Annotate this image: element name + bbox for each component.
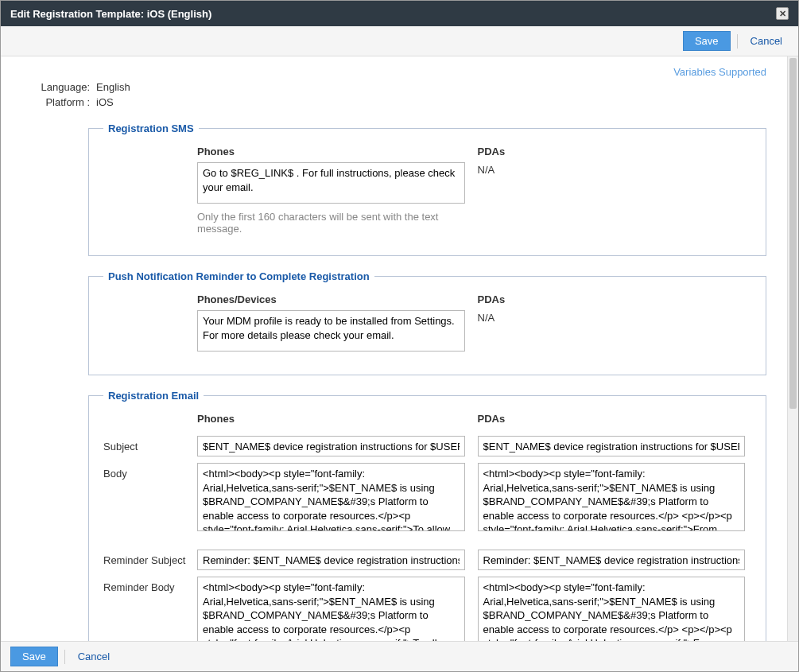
spacer — [103, 293, 191, 298]
spacer — [103, 413, 191, 418]
registration-sms-group: Registration SMS Phones Only the first 1… — [88, 122, 766, 256]
email-phones-reminder-subject-input[interactable] — [197, 550, 465, 570]
push-phones-textarea[interactable] — [197, 310, 465, 352]
email-phones-subject-input[interactable] — [197, 436, 465, 456]
cancel-button-top[interactable]: Cancel — [744, 32, 789, 50]
save-button-top[interactable]: Save — [683, 31, 731, 51]
sms-phones-textarea[interactable] — [197, 162, 465, 204]
separator — [737, 34, 738, 49]
email-pdas-body-textarea[interactable] — [478, 463, 746, 531]
email-pdas-reminder-body-textarea[interactable] — [478, 577, 746, 641]
push-pdas-value: N/A — [478, 310, 746, 324]
body-label: Body — [103, 463, 191, 480]
email-phones-body-textarea[interactable] — [197, 463, 465, 531]
cancel-button-bottom[interactable]: Cancel — [72, 647, 116, 666]
save-button-bottom[interactable]: Save — [10, 647, 58, 666]
push-notification-group: Push Notification Reminder to Complete R… — [88, 270, 766, 375]
platform-value: iOS — [96, 96, 114, 108]
sms-phones-header: Phones — [197, 146, 465, 157]
sms-pdas-value: N/A — [478, 162, 746, 176]
titlebar: Edit Registration Template: iOS (English… — [1, 1, 798, 26]
variables-supported-link[interactable]: Variables Supported — [33, 66, 766, 78]
content-wrap: Variables Supported Language: English Pl… — [1, 56, 798, 641]
email-pdas-header: PDAs — [478, 413, 746, 425]
language-label: Language: — [33, 81, 96, 93]
registration-sms-legend: Registration SMS — [103, 122, 199, 134]
meta-language: Language: English — [33, 81, 766, 93]
content-scroll[interactable]: Variables Supported Language: English Pl… — [1, 56, 798, 641]
registration-email-group: Registration Email Phones PDAs Subject B… — [88, 390, 766, 641]
reminder-body-label: Reminder Body — [103, 577, 191, 593]
close-icon[interactable]: ✕ — [776, 7, 789, 20]
separator — [64, 650, 65, 664]
sms-pdas-header: PDAs — [478, 146, 746, 157]
email-pdas-reminder-subject-input[interactable] — [478, 550, 746, 570]
sms-hint: Only the first 160 characters will be se… — [197, 211, 465, 235]
email-phones-header: Phones — [197, 413, 465, 425]
language-value: English — [96, 81, 130, 93]
action-bar-bottom: Save Cancel — [1, 641, 798, 671]
action-bar-top: Save Cancel — [1, 26, 798, 56]
dialog-title: Edit Registration Template: iOS (English… — [10, 8, 211, 20]
vertical-scrollbar[interactable] — [787, 56, 798, 641]
push-legend: Push Notification Reminder to Complete R… — [103, 270, 374, 282]
spacer — [103, 146, 191, 150]
reminder-subject-label: Reminder Subject — [103, 550, 191, 566]
email-phones-reminder-body-textarea[interactable] — [197, 577, 465, 641]
push-phones-header: Phones/Devices — [197, 293, 465, 305]
platform-label: Platform : — [33, 96, 96, 108]
email-pdas-subject-input[interactable] — [478, 436, 746, 456]
meta-platform: Platform : iOS — [33, 96, 766, 108]
subject-label: Subject — [103, 436, 191, 453]
push-pdas-header: PDAs — [478, 293, 746, 305]
dialog-window: Edit Registration Template: iOS (English… — [0, 0, 799, 672]
email-legend: Registration Email — [103, 390, 204, 402]
scrollbar-thumb[interactable] — [789, 58, 797, 409]
